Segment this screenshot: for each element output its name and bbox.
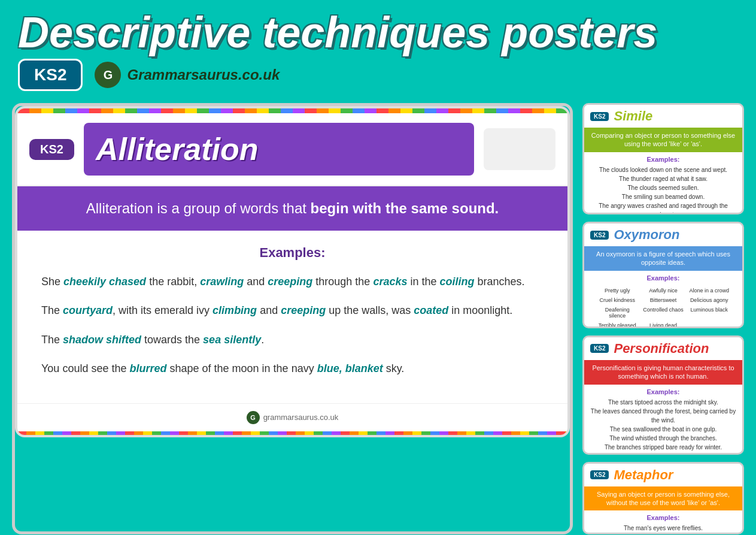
highlight-2d: coated [414,304,448,316]
main-title: Descriptive techniques posters [18,11,738,54]
metaphor-examples-title: Examples: [590,514,736,521]
simile-ex-2: The thunder raged at what it saw. [590,174,736,183]
metaphor-ex-1: The man's eyes were fireflies. [590,524,736,533]
poster-ks2-badge: KS2 [29,139,74,160]
simile-title: Simile [614,108,652,124]
example-3: The shadow shifted towards the sea silen… [41,331,544,349]
personification-def-text: Personification is giving human characte… [592,364,734,380]
definition-plain: Alliteration is a group of words that [86,200,311,216]
header: Descriptive techniques posters KS2 G Gra… [0,0,756,103]
definition-bold: begin with the same sound. [311,200,499,216]
metaphor-examples: Examples: The man's eyes were fireflies.… [584,510,742,534]
oxy-1: Pretty ugly [595,286,640,295]
example-1: She cheekily chased the rabbit, crawling… [41,273,544,291]
oxy-9: Luminous black [687,306,731,320]
person-ex-4: The wind whistled through the branches. [590,434,736,443]
main-poster-wrapper: KS2 Alliteration Alliteration is a group… [12,103,573,534]
poster-header: KS2 Alliteration [17,113,567,186]
highlight-2c: creeping [281,304,326,316]
poster-title: Alliteration [96,131,462,167]
oxy-4: Cruel kindness [595,296,640,304]
metaphor-title: Metaphor [614,467,673,483]
oxymoron-header: KS2 Oxymoron [584,223,742,246]
person-ex-6: The frying pan spat as the heat intensif… [590,452,736,455]
oxymoron-card: KS2 Oxymoron An oxymoron is a figure of … [582,222,744,328]
simile-ex-3: The clouds seemed sullen. [590,183,736,192]
oxy-7: Deafening silence [595,306,640,320]
simile-examples-title: Examples: [590,156,736,163]
oxy-10: Terribly pleased [595,321,640,328]
simile-header: KS2 Simile [584,105,742,128]
metaphor-ks2: KS2 [590,470,609,479]
oxymoron-examples-title: Examples: [590,274,736,282]
metaphor-definition: Saying an object or person is something … [584,486,742,511]
highlight-1b: crawling [200,276,244,288]
metaphor-ex-2: The wind was a pack of howling wolves. [590,533,736,534]
main-poster: KS2 Alliteration Alliteration is a group… [15,106,570,437]
personification-examples-title: Examples: [590,388,736,395]
simile-ex-5: The angry waves crashed and raged throug… [590,201,736,215]
ks2-badge-header: KS2 [18,59,83,91]
oxymoron-def-text: An oxymoron is a figure of speech which … [596,250,730,266]
examples-title: Examples: [41,245,544,261]
oxymoron-ks2: KS2 [590,231,609,240]
poster-footer: G grammarsaurus.co.uk [17,403,567,431]
simile-ex-4: The smiling sun beamed down. [590,192,736,201]
oxy-6: Delicious agony [687,296,731,304]
poster-definition: Alliteration is a group of words that be… [17,186,567,231]
personification-definition: Personification is giving human characte… [584,360,742,385]
simile-examples: Examples: The clouds looked down on the … [584,152,742,215]
poster-image-placeholder [484,128,555,170]
personification-header: KS2 Personification [584,337,742,360]
highlight-3b: sea silently [203,334,261,346]
highlight-1c: creeping [268,276,312,288]
simile-ex-1: The clouds looked down on the scene and … [590,165,736,174]
highlight-1a: cheekily chased [63,276,146,288]
oxy-2: Awfully nice [641,286,686,295]
content-wrapper: KS2 Alliteration Alliteration is a group… [0,103,756,534]
highlight-1e: coiling [439,276,474,288]
oxymoron-definition: An oxymoron is a figure of speech which … [584,246,742,271]
personification-title: Personification [614,341,709,356]
footer-logo: G [247,411,260,424]
example-4: You could see the blurred shape of the m… [41,359,544,378]
simile-def-text: Comparing an object or person to somethi… [591,132,735,147]
person-ex-5: The branches stripped bare ready for win… [590,443,736,452]
oxy-8: Controlled chaos [641,306,686,320]
personification-ks2: KS2 [590,344,609,353]
simile-card: KS2 Simile Comparing an object or person… [582,103,744,214]
personification-card: KS2 Personification Personification is g… [582,335,744,455]
highlight-3a: shadow shifted [63,334,141,346]
highlight-2a: courtyard [63,304,113,316]
oxymoron-title: Oxymoron [614,227,679,243]
oxy-3: Alone in a crowd [687,286,731,295]
highlight-4a: blurred [129,362,166,374]
oxy-12 [687,321,731,328]
person-ex-2: The leaves danced through the forest, be… [590,407,736,425]
metaphor-card: KS2 Metaphor Saying an object or person … [582,462,744,534]
footer-text: grammarsaurus.co.uk [263,413,339,422]
poster-title-area: Alliteration [84,123,474,176]
metaphor-def-text: Saying an object or person is something … [597,491,730,506]
simile-ks2: KS2 [590,112,609,121]
grammarsaurus-logo: G [95,62,121,88]
oxymoron-grid: Pretty ugly Awfully nice Alone in a crow… [590,284,736,328]
colorful-strip-bottom [17,431,567,435]
logo-area: G Grammarsaurus.co.uk [95,62,280,88]
oxy-5: Bittersweet [641,296,686,304]
oxy-11: Living dead [641,321,686,328]
person-ex-1: The stars tiptoed across the midnight sk… [590,398,736,407]
example-2: The courtyard, with its emerald ivy clim… [41,301,544,320]
website-text: Grammarsaurus.co.uk [127,67,280,83]
highlight-2b: climbing [212,304,257,316]
oxymoron-examples: Examples: Pretty ugly Awfully nice Alone… [584,271,742,328]
metaphor-header: KS2 Metaphor [584,464,742,486]
simile-definition: Comparing an object or person to somethi… [584,128,742,152]
highlight-4b: blue, blanket [317,362,383,374]
poster-examples: Examples: She cheekily chased the rabbit… [17,231,567,403]
personification-examples: Examples: The stars tiptoed across the m… [584,385,742,455]
person-ex-3: The sea swallowed the boat in one gulp. [590,425,736,434]
highlight-1d: cracks [373,276,407,288]
colorful-border-top [17,108,567,113]
mini-cards: KS2 Simile Comparing an object or person… [582,103,744,534]
